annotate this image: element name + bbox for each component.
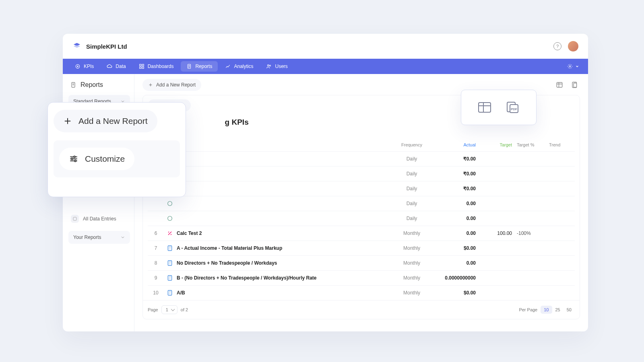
table-row[interactable]: 6Calc Test 2Monthly0.00100.00-100%: [148, 226, 575, 241]
nav-item-reports[interactable]: Reports: [181, 61, 218, 72]
row-target: [478, 181, 514, 196]
row-trend: [547, 167, 575, 181]
svg-rect-12: [557, 82, 562, 87]
row-name: e: [174, 152, 390, 167]
row-trend: [547, 211, 575, 226]
table-row[interactable]: 8No Directors + No Tradespeople / Workda…: [148, 256, 575, 271]
row-name: No Directors + No Tradespeople / Workday…: [174, 256, 390, 271]
plus-icon: [63, 117, 72, 125]
col-target: Target: [478, 138, 514, 152]
svg-point-32: [74, 156, 75, 158]
sidebar-title-label: Reports: [80, 81, 103, 88]
row-icon: [164, 196, 174, 211]
export-table-button[interactable]: [554, 80, 565, 90]
row-trend: [547, 226, 575, 241]
table-row[interactable]: Daily0.00: [148, 196, 575, 211]
row-trend: [547, 241, 575, 256]
per-page-option[interactable]: 50: [564, 306, 575, 314]
cloud-icon: [107, 64, 112, 69]
table-row[interactable]: Daily0.00: [148, 211, 575, 226]
pager-right: Per Page 102550: [519, 307, 575, 312]
svg-rect-31: [169, 291, 171, 292]
row-index: 9: [148, 271, 164, 286]
table-header-row: Frequency Actual Target Target % Trend: [148, 138, 575, 152]
row-index: [148, 211, 164, 226]
table-row[interactable]: Daily₹0.00: [148, 181, 575, 196]
row-target: [478, 241, 514, 256]
row-target-pct: [514, 211, 547, 226]
row-target: [478, 271, 514, 286]
nav-item-data[interactable]: Data: [101, 61, 131, 72]
row-actual: 0.00: [434, 256, 478, 271]
per-page-option[interactable]: 25: [552, 306, 564, 314]
row-target-pct: [514, 256, 547, 271]
col-actual: Actual: [434, 138, 478, 152]
nav-item-users[interactable]: Users: [260, 61, 293, 72]
page-select[interactable]: 1: [161, 305, 178, 314]
user-avatar[interactable]: [568, 41, 578, 51]
export-pdf-button[interactable]: PDF: [506, 101, 520, 113]
svg-rect-28: [168, 276, 171, 280]
nav-label: Data: [116, 64, 126, 69]
table-row[interactable]: Daily₹0.00: [148, 167, 575, 181]
topbar: SimpleKPI Ltd ?: [63, 34, 588, 59]
nav-item-kpis[interactable]: KPIs: [69, 61, 99, 72]
svg-rect-29: [169, 276, 171, 278]
per-page-option[interactable]: 10: [541, 306, 552, 314]
row-target-pct: [514, 181, 547, 196]
nav-label: Users: [275, 64, 287, 69]
row-index: 8: [148, 256, 164, 271]
row-icon: [164, 271, 174, 286]
svg-rect-35: [479, 103, 491, 112]
nav-item-analytics[interactable]: Analytics: [219, 61, 259, 72]
nav-label: KPIs: [84, 64, 94, 69]
col-frequency: Frequency: [390, 138, 434, 152]
svg-rect-3: [142, 64, 144, 66]
nav-item-dashboards[interactable]: Dashboards: [133, 61, 180, 72]
col-target-pct: Target %: [514, 138, 547, 152]
analytics-icon: [225, 64, 231, 69]
row-name: A - Actual Income - Total Material Plus …: [174, 241, 390, 256]
help-icon[interactable]: ?: [553, 42, 561, 50]
button-label: Customize: [85, 154, 125, 164]
export-excel-button[interactable]: [478, 101, 491, 113]
row-icon: [164, 256, 174, 271]
table-row[interactable]: 9B - (No Directors + No Tradespeople / W…: [148, 271, 575, 286]
table-row[interactable]: eDaily₹0.00: [148, 152, 575, 167]
table-icon: [478, 101, 491, 113]
svg-rect-2: [139, 64, 141, 66]
row-actual: 0.0000000000: [434, 271, 478, 286]
row-trend: [547, 181, 575, 196]
sidebar-item-all-data[interactable]: All Data Entries: [68, 212, 130, 226]
add-report-button[interactable]: Add a New Report: [142, 79, 201, 91]
nav-settings[interactable]: [565, 61, 582, 72]
row-trend: [547, 256, 575, 271]
row-frequency: Monthly: [390, 241, 434, 256]
row-icon: [164, 226, 174, 241]
row-name: [174, 181, 390, 196]
row-target-pct: -100%: [514, 226, 547, 241]
callout-export: PDF: [461, 90, 537, 125]
row-trend: [547, 152, 575, 167]
svg-point-22: [168, 202, 172, 206]
callout-add-customize: Add a New Report Customize: [47, 102, 186, 197]
row-index: 7: [148, 241, 164, 256]
topbar-right: ?: [553, 41, 578, 51]
callout-customize-button[interactable]: Customize: [59, 148, 134, 170]
export-pdf-button[interactable]: [570, 80, 580, 90]
table-row[interactable]: 7A - Actual Income - Total Material Plus…: [148, 241, 575, 256]
svg-rect-30: [168, 290, 171, 295]
your-reports-dropdown[interactable]: Your Reports: [68, 231, 130, 244]
row-actual: 0.00: [434, 196, 478, 211]
callout-add-report-button[interactable]: Add a New Report: [54, 110, 157, 132]
svg-point-8: [270, 65, 271, 66]
pdf-icon: PDF: [506, 101, 520, 113]
report-card: Customize Underperforming KPIs: [142, 95, 580, 319]
row-frequency: Daily: [390, 167, 434, 181]
table-row[interactable]: 10A/BMonthly$0.00: [148, 286, 575, 300]
dropdown-label: Your Reports: [73, 234, 101, 240]
row-name: A/B: [174, 286, 390, 300]
per-page-label: Per Page: [519, 307, 537, 312]
row-target: 100.00: [478, 226, 514, 241]
row-index: 6: [148, 226, 164, 241]
